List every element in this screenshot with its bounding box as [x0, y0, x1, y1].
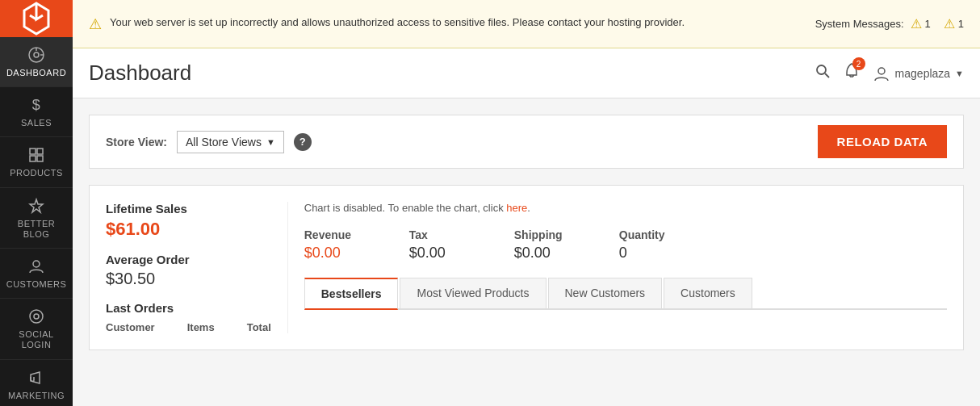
tab-new-customers-label: New Customers — [565, 287, 646, 299]
svg-rect-5 — [30, 149, 36, 154]
user-name: mageplaza — [895, 67, 951, 80]
svg-point-2 — [34, 52, 39, 57]
tab-new-customers[interactable]: New Customers — [548, 278, 663, 308]
better-blog-icon — [28, 196, 44, 216]
dashboard-body: Lifetime Sales $61.00 Average Order $30.… — [89, 185, 964, 350]
user-menu-button[interactable]: mageplaza ▼ — [873, 65, 964, 82]
col-items: Items — [187, 321, 215, 333]
avg-order-label: Average Order — [106, 253, 271, 266]
sidebar-item-dashboard[interactable]: Dashboard — [0, 37, 73, 87]
chart-enable-link[interactable]: here — [506, 202, 527, 214]
warning-message: Your web server is set up incorrectly an… — [110, 15, 685, 31]
store-view-chevron-icon: ▼ — [266, 137, 275, 147]
tab-bestsellers-label: Bestsellers — [321, 287, 382, 300]
sidebar-item-label-marketing: Marketing — [8, 391, 65, 401]
chart-msg-text: Chart is disabled. To enable the chart, … — [304, 202, 507, 214]
stats-left: Lifetime Sales $61.00 Average Order $30.… — [106, 202, 288, 333]
last-orders-label: Last Orders — [106, 301, 271, 315]
warning-triangle-icon: ⚠ — [89, 15, 102, 33]
svg-marker-9 — [30, 199, 43, 212]
metric-quantity-label: Quantity — [619, 228, 692, 241]
sidebar-item-products[interactable]: Products — [0, 137, 73, 187]
store-view-dropdown[interactable]: All Store Views ▼ — [177, 131, 284, 153]
marketing-icon — [28, 368, 44, 387]
stats-right: Chart is disabled. To enable the chart, … — [304, 202, 947, 333]
notification-count: 2 — [852, 57, 865, 70]
sidebar-item-customers[interactable]: Customers — [0, 249, 73, 299]
svg-point-18 — [878, 68, 885, 74]
metric-shipping-value: $0.00 — [514, 245, 587, 262]
svg-point-11 — [30, 310, 43, 323]
chart-disabled-message: Chart is disabled. To enable the chart, … — [304, 202, 947, 214]
tab-bestsellers[interactable]: Bestsellers — [304, 278, 399, 310]
metric-revenue-label: Revenue — [304, 228, 377, 241]
svg-point-13 — [817, 65, 826, 74]
system-messages-area: System Messages: ⚠ 1 ⚠ 1 — [815, 16, 964, 31]
help-icon[interactable]: ? — [294, 133, 312, 151]
metric-shipping-label: Shipping — [514, 228, 587, 241]
metric-revenue-value: $0.00 — [304, 245, 377, 262]
warning-icon-1: ⚠ — [911, 16, 922, 31]
system-messages-label: System Messages: — [815, 18, 904, 30]
svg-point-12 — [34, 314, 39, 319]
header-actions: 2 mageplaza ▼ — [815, 62, 964, 84]
metric-quantity-value: 0 — [619, 245, 692, 262]
warning-banner: ⚠ Your web server is set up incorrectly … — [73, 0, 980, 48]
sidebar-item-better-blog[interactable]: Better Blog — [0, 188, 73, 249]
system-message-count-2: 1 — [958, 18, 964, 30]
store-view-label: Store View: — [106, 136, 167, 149]
system-message-count-1: 1 — [925, 18, 931, 30]
sidebar: Dashboard $ Sales Products Better Blog — [0, 0, 73, 406]
page-header: Dashboard 2 — [73, 48, 980, 98]
tabs-row: Bestsellers Most Viewed Products New Cus… — [304, 278, 947, 310]
notification-button[interactable]: 2 — [843, 62, 861, 84]
metric-tax: Tax $0.00 — [409, 228, 482, 262]
store-view-selected: All Store Views — [186, 136, 262, 149]
col-customer: Customer — [106, 321, 155, 333]
sidebar-item-sales[interactable]: $ Sales — [0, 87, 73, 137]
store-view-bar: Store View: All Store Views ▼ ? Reload D… — [89, 115, 964, 169]
content-area: Store View: All Store Views ▼ ? Reload D… — [73, 98, 980, 406]
search-button[interactable] — [815, 63, 831, 83]
metric-revenue: Revenue $0.00 — [304, 228, 377, 262]
system-message-badge-2[interactable]: ⚠ 1 — [944, 16, 964, 31]
sidebar-logo[interactable] — [0, 0, 73, 37]
svg-rect-8 — [37, 156, 43, 161]
customers-icon — [28, 257, 44, 276]
metrics-row: Revenue $0.00 Tax $0.00 Shipping $0.00 Q… — [304, 228, 947, 262]
tab-most-viewed-label: Most Viewed Products — [417, 287, 529, 299]
sales-icon: $ — [32, 95, 41, 115]
products-icon — [28, 145, 44, 165]
last-orders-columns: Customer Items Total — [106, 321, 271, 333]
sidebar-item-label-sales: Sales — [21, 118, 52, 128]
warning-left: ⚠ Your web server is set up incorrectly … — [89, 15, 815, 33]
sidebar-item-marketing[interactable]: Marketing — [0, 360, 73, 407]
col-total: Total — [247, 321, 271, 333]
tab-customers-label: Customers — [681, 287, 735, 299]
user-menu-chevron-icon: ▼ — [955, 69, 964, 78]
sidebar-item-label-products: Products — [10, 168, 63, 178]
sidebar-item-label-customers: Customers — [6, 279, 67, 290]
sidebar-item-social-login[interactable]: Social Login — [0, 299, 73, 359]
system-message-badge-1[interactable]: ⚠ 1 — [911, 16, 931, 31]
tab-most-viewed[interactable]: Most Viewed Products — [400, 278, 546, 308]
dashboard-icon — [27, 45, 45, 65]
tab-customers[interactable]: Customers — [664, 278, 752, 308]
svg-line-14 — [825, 73, 829, 77]
warning-icon-2: ⚠ — [944, 16, 955, 31]
metric-tax-label: Tax — [409, 228, 482, 241]
lifetime-sales-value: $61.00 — [106, 219, 271, 240]
magento-logo-icon — [18, 0, 55, 37]
metric-quantity: Quantity 0 — [619, 228, 692, 262]
social-login-icon — [28, 307, 44, 326]
reload-data-button[interactable]: Reload Data — [818, 125, 947, 158]
store-view-left: Store View: All Store Views ▼ ? — [106, 131, 312, 153]
sidebar-item-label-dashboard: Dashboard — [6, 68, 66, 78]
sidebar-item-label-social-login: Social Login — [4, 329, 69, 350]
page-title: Dashboard — [89, 61, 191, 86]
avg-order-value: $30.50 — [106, 270, 271, 288]
main-content: ⚠ Your web server is set up incorrectly … — [73, 0, 980, 406]
user-icon — [873, 65, 890, 82]
metric-tax-value: $0.00 — [409, 245, 482, 262]
svg-point-10 — [33, 261, 40, 267]
